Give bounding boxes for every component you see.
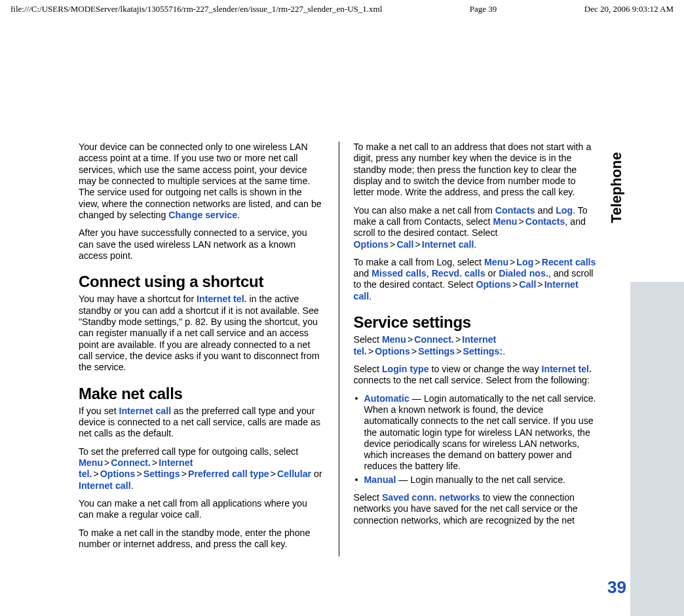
ui-term: Menu	[79, 457, 103, 468]
ui-term: Settings	[418, 346, 455, 356]
right-column: To make a net call to an address that do…	[354, 142, 599, 556]
nav-separator: >	[269, 469, 277, 479]
bullet-icon: •	[354, 474, 364, 486]
paragraph: To make a call from Log, select Menu>Log…	[354, 257, 599, 302]
list-item: • Manual — Login manually to the net cal…	[354, 474, 599, 486]
nav-separator: >	[536, 279, 544, 290]
body-text: or	[485, 268, 499, 279]
print-header: file:///C:/USERS/MODEServer/lkatajis/130…	[0, 0, 684, 17]
body-text: in the active standby or you can add a s…	[79, 294, 319, 372]
header-datetime: Dec 20, 2006 9:03:12 AM	[584, 4, 674, 14]
body-text: to view or change the way	[429, 364, 542, 374]
ui-term: Automatic	[364, 393, 409, 404]
ui-term: Manual	[364, 474, 396, 485]
nav-separator: >	[413, 239, 421, 250]
body-text: To make a call from Log, select	[354, 257, 485, 267]
paragraph: You can also make a net call from Contac…	[354, 205, 599, 250]
ui-term: Connect.	[111, 457, 151, 468]
ui-term: Saved conn. networks	[382, 492, 480, 503]
body-text: — Login automatically to the net call se…	[364, 393, 596, 472]
ui-term: Options	[476, 279, 511, 290]
body-text: You may have a shortcut for	[79, 294, 197, 304]
ui-term: Dialed nos.	[499, 268, 548, 279]
nav-separator: >	[92, 469, 100, 479]
header-path: file:///C:/USERS/MODEServer/lkatajis/130…	[10, 4, 382, 14]
ui-term: Menu	[484, 257, 508, 267]
nav-separator: >	[151, 457, 159, 468]
nav-separator: >	[455, 346, 463, 356]
nav-separator: >	[454, 334, 462, 345]
ui-term: Preferred call type	[188, 469, 269, 479]
body-text: You can also make a net call from	[354, 205, 495, 216]
ui-term: Settings:	[463, 346, 503, 356]
ui-term: Connect.	[414, 334, 454, 345]
body-text: Select	[354, 492, 382, 503]
nav-separator: >	[517, 216, 525, 227]
ui-term: Contacts	[525, 216, 565, 227]
ui-term: Internet tel.	[197, 294, 246, 304]
ui-term: Missed calls	[371, 268, 427, 279]
body-text: — Login manually to the net call service…	[396, 474, 565, 485]
nav-separator: >	[367, 346, 375, 356]
ui-term: Log	[516, 257, 533, 267]
list-text: Manual — Login manually to the net call …	[364, 474, 599, 486]
ui-term: Options	[100, 469, 136, 479]
ui-term: Call	[396, 239, 413, 250]
body-text: .	[503, 346, 505, 356]
paragraph: Select Login type to view or change the …	[354, 364, 599, 387]
ui-term: Log	[556, 205, 573, 216]
body-text: Your device can be connected only to one…	[79, 142, 322, 220]
ui-term: Menu	[382, 334, 406, 345]
body-text: Select	[354, 364, 382, 374]
paragraph: To make a net call in the standby mode, …	[79, 528, 324, 550]
ui-term: Change service	[168, 210, 237, 220]
body-text: and	[354, 268, 372, 279]
ui-term: Recent calls	[542, 257, 596, 267]
nav-separator: >	[389, 239, 396, 250]
nav-separator: >	[511, 279, 519, 290]
ui-term: Internet call	[422, 239, 474, 250]
bullet-list: • Automatic — Login automatically to the…	[354, 393, 599, 486]
body-text: If you set	[79, 406, 119, 416]
body-text: or	[311, 469, 322, 479]
heading: Connect using a shortcut	[79, 272, 324, 291]
columns: Your device can be connected only to one…	[79, 142, 599, 556]
nav-separator: >	[406, 334, 414, 345]
paragraph: After you have successfully connected to…	[79, 227, 324, 261]
body-text: To set the preferred call type for outgo…	[79, 446, 298, 457]
ui-term: Internet call	[119, 406, 172, 416]
nav-separator: >	[135, 469, 143, 479]
body-text: .	[474, 239, 476, 250]
nav-separator: >	[103, 457, 111, 468]
nav-separator: >	[508, 257, 516, 267]
header-page: Page 39	[470, 4, 497, 14]
paragraph: You can make a net call from all applica…	[79, 498, 324, 521]
nav-separator: >	[533, 257, 541, 267]
body-text: .	[369, 291, 371, 301]
nav-separator: >	[180, 469, 188, 479]
ui-term: Internet call	[79, 480, 131, 491]
body-text: Select	[354, 334, 382, 345]
body-text: and	[535, 205, 556, 216]
column-divider	[339, 142, 339, 556]
body-text: .	[237, 210, 240, 220]
heading: Make net calls	[79, 384, 324, 403]
ui-term: Contacts	[495, 205, 535, 216]
paragraph: Select Menu>Connect.>Internet tel.>Optio…	[354, 334, 599, 357]
ui-term: Recvd. calls	[432, 268, 485, 279]
nav-separator: >	[410, 346, 418, 356]
ui-term: Cellular	[277, 469, 311, 479]
heading: Service settings	[354, 313, 599, 332]
paragraph: To make a net call to an address that do…	[354, 142, 599, 199]
paragraph: Your device can be connected only to one…	[79, 142, 324, 221]
paragraph: If you set Internet call as the preferre…	[79, 406, 324, 440]
paragraph: You may have a shortcut for Internet tel…	[79, 294, 324, 373]
paragraph: Select Saved conn. networks to view the …	[354, 492, 599, 526]
list-item: • Automatic — Login automatically to the…	[354, 393, 599, 472]
body-text: .	[131, 480, 134, 491]
ui-term: Settings	[143, 469, 180, 479]
ui-term: Call	[519, 279, 536, 290]
paragraph: To set the preferred call type for outgo…	[79, 446, 324, 491]
ui-term: Options	[375, 346, 410, 356]
ui-term: Menu	[493, 216, 517, 227]
